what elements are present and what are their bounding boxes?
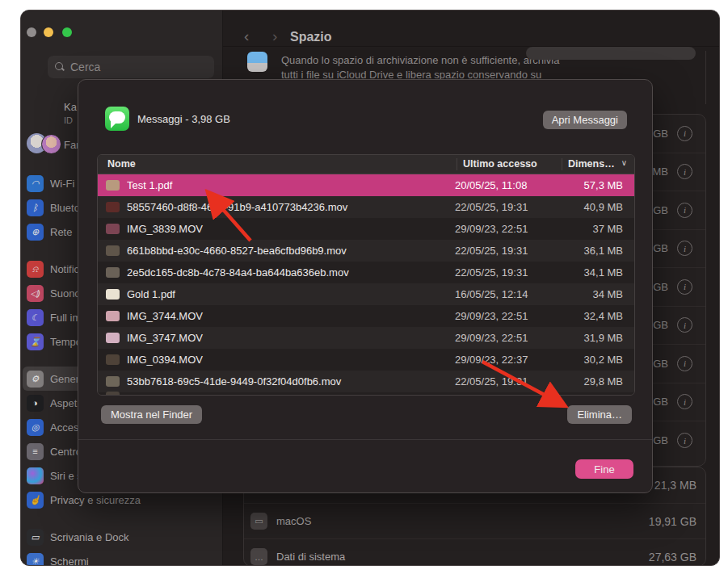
sidebar-item-icon: ◠	[27, 175, 44, 192]
back-chevron-icon[interactable]: ‹	[244, 27, 249, 45]
messages-storage-dialog: Messaggi - 3,98 GB Apri Messaggi Nome Ul…	[78, 79, 653, 493]
file-row[interactable]: 53bb7618-69c5-41de-9449-0f32f04d0fb6.mov…	[98, 371, 634, 392]
file-thumbnail	[106, 289, 120, 300]
sidebar-item-icon: ◁)	[27, 285, 44, 302]
storage-row: ▭ macOS 19,91 GB	[244, 503, 705, 538]
zoom-button[interactable]	[62, 27, 72, 37]
sidebar-item-icon: ▭	[27, 529, 44, 546]
messages-app-icon	[105, 107, 129, 131]
sidebar-item-icon: ◑	[27, 395, 44, 412]
sidebar-item-displays[interactable]: ☀ Schermi	[23, 549, 221, 566]
sidebar-item-icon	[27, 467, 44, 484]
sidebar-item-icon: ☝	[27, 492, 44, 509]
file-thumbnail	[106, 180, 120, 191]
file-thumbnail	[106, 224, 120, 234]
info-icon[interactable]: i	[677, 356, 692, 371]
storage-row-icon: …	[250, 548, 267, 565]
done-button[interactable]: Fine	[575, 459, 633, 479]
file-thumbnail	[106, 354, 120, 365]
forward-chevron-icon[interactable]: ›	[272, 27, 277, 45]
storage-rows: ▭ macOS 19,91 GB … Dati di sistema 27,63…	[244, 503, 705, 566]
file-row[interactable]: 58557460-d8f8-4688-91b9-a410773b4236.mov…	[98, 196, 634, 218]
sidebar-item-icon: ≡	[27, 443, 44, 460]
profile-name: Ka	[64, 101, 77, 113]
file-thumbnail	[106, 392, 120, 396]
info-icon[interactable]: i	[677, 241, 692, 256]
column-header-size[interactable]: Dimens…	[568, 158, 615, 170]
profile-subtitle: ID	[64, 115, 73, 125]
file-row[interactable]: 2e5dc165-dc8b-4c78-84a4-ba644ba636eb.mov…	[98, 262, 634, 283]
file-row[interactable]: Gold 1.pdf 16/05/25, 12:14 34 MB	[98, 283, 634, 305]
info-icon[interactable]: i	[677, 203, 692, 218]
sidebar-item-icon: ⌛	[27, 333, 44, 350]
info-icon[interactable]: i	[677, 433, 692, 448]
file-rows: Test 1.pdf 20/05/25, 11:08 57,3 MB 58557…	[98, 174, 634, 392]
file-row[interactable]: IMG_3747.MOV 29/09/23, 22:51 31,9 MB	[98, 327, 634, 349]
close-button[interactable]	[27, 27, 36, 37]
file-row[interactable]: IMG_3839.MOV 29/09/23, 22:51 37 MB	[98, 218, 634, 240]
file-thumbnail	[106, 311, 120, 321]
sidebar-item-icon: ☾	[27, 309, 44, 326]
column-header-accessed[interactable]: Ultimo accesso	[463, 158, 537, 170]
file-row-partial	[98, 392, 634, 396]
search-input[interactable]: Cerca	[48, 56, 214, 78]
dialog-title: Messaggi - 3,98 GB	[137, 113, 230, 125]
file-row[interactable]: Test 1.pdf 20/05/25, 11:08 57,3 MB	[98, 174, 634, 196]
family-avatar-2[interactable]	[41, 134, 61, 154]
file-row[interactable]: IMG_3744.MOV 29/09/23, 22:51 32,4 MB	[98, 305, 634, 327]
icloud-archive-button[interactable]	[526, 47, 696, 60]
info-icon[interactable]: i	[677, 279, 692, 295]
minimize-button[interactable]	[44, 27, 53, 37]
delete-button[interactable]: Elimina…	[567, 405, 632, 424]
profile-avatar[interactable]	[26, 97, 57, 128]
icloud-drive-icon	[247, 52, 267, 72]
file-row[interactable]: IMG_0394.MOV 29/09/23, 22:37 30,2 MB	[98, 349, 634, 371]
open-messages-button[interactable]: Apri Messaggi	[543, 111, 627, 129]
sort-chevron-icon[interactable]: ∨	[621, 158, 627, 167]
column-separator	[562, 158, 562, 170]
file-table: Nome Ultimo accesso Dimens… ∨ Test 1.pdf…	[97, 154, 635, 396]
column-separator	[457, 158, 457, 170]
search-icon	[55, 62, 65, 72]
sidebar-item-icon: ⍾	[27, 261, 44, 278]
dialog-divider	[78, 439, 652, 440]
storage-row: … Dati di sistema 27,63 GB	[244, 538, 705, 566]
info-icon[interactable]: i	[677, 317, 692, 333]
file-thumbnail	[106, 376, 120, 387]
search-placeholder: Cerca	[70, 61, 100, 73]
file-thumbnail	[106, 333, 120, 343]
info-icon[interactable]: i	[677, 164, 692, 179]
system-settings-window: Cerca Ka ID Fam ◠ Wi-Fi ᛒ Blueto	[20, 10, 720, 566]
screenshot-stage: Cerca Ka ID Fam ◠ Wi-Fi ᛒ Blueto	[0, 0, 728, 574]
page-title: Spazio	[290, 30, 332, 44]
storage-row-icon: ▭	[250, 513, 267, 530]
file-thumbnail	[106, 267, 120, 278]
icloud-card-edge	[705, 51, 706, 104]
info-icon[interactable]: i	[677, 394, 692, 409]
sidebar-item-icon: ☀	[27, 553, 44, 567]
info-icon[interactable]: i	[677, 126, 692, 141]
sidebar-item-icon: ᛒ	[27, 199, 44, 216]
show-in-finder-button[interactable]: Mostra nel Finder	[101, 405, 202, 424]
sidebar-item-icon: ⚙	[27, 371, 44, 388]
column-header-name[interactable]: Nome	[107, 158, 136, 170]
sidebar-item-desktop-dock[interactable]: ▭ Scrivania e Dock	[23, 525, 221, 549]
sidebar-item-icon: ◎	[27, 419, 44, 436]
file-thumbnail	[106, 245, 120, 256]
file-row[interactable]: 661b8bbd-e30c-4660-8527-bea6cfbd96b9.mov…	[98, 240, 634, 262]
sidebar-item-icon: ⊕	[27, 224, 44, 241]
file-table-header: Nome Ultimo accesso Dimens… ∨	[98, 155, 634, 174]
file-thumbnail	[106, 202, 120, 212]
icloud-text-line1: Quando lo spazio di archiviazione non è …	[281, 54, 559, 66]
